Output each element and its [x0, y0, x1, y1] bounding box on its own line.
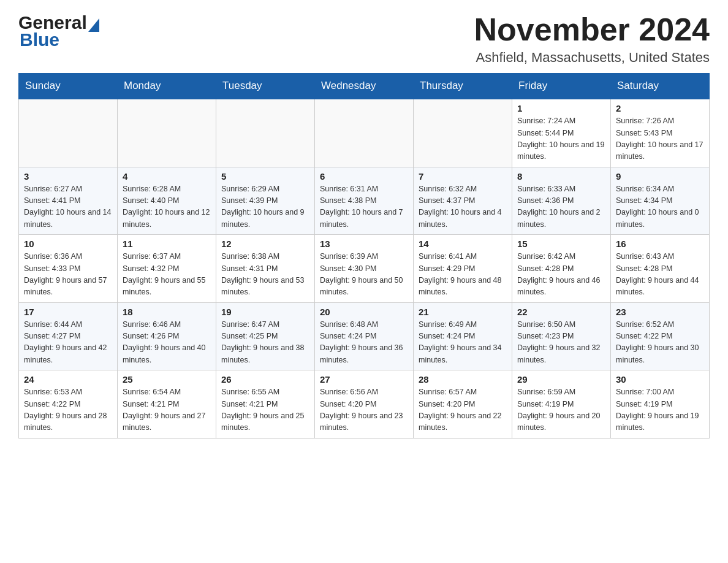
day-number: 16 — [616, 239, 704, 249]
calendar-cell: 1Sunrise: 7:24 AM Sunset: 5:44 PM Daylig… — [512, 99, 611, 167]
calendar-cell: 21Sunrise: 6:49 AM Sunset: 4:24 PM Dayli… — [414, 302, 512, 370]
weekday-header: Tuesday — [216, 74, 315, 99]
day-number: 13 — [320, 239, 408, 249]
page-header: General Blue November 2024 Ashfield, Mas… — [18, 12, 710, 66]
day-number: 6 — [320, 171, 408, 182]
day-number: 30 — [616, 374, 704, 385]
calendar-cell: 18Sunrise: 6:46 AM Sunset: 4:26 PM Dayli… — [118, 302, 216, 370]
day-info: Sunrise: 6:32 AM Sunset: 4:37 PM Dayligh… — [419, 183, 507, 231]
calendar-cell: 5Sunrise: 6:29 AM Sunset: 4:39 PM Daylig… — [216, 167, 315, 235]
day-info: Sunrise: 6:53 AM Sunset: 4:22 PM Dayligh… — [24, 386, 112, 434]
calendar-cell — [118, 99, 216, 167]
calendar-cell: 23Sunrise: 6:52 AM Sunset: 4:22 PM Dayli… — [611, 302, 710, 370]
calendar-cell: 2Sunrise: 7:26 AM Sunset: 5:43 PM Daylig… — [611, 99, 710, 167]
day-info: Sunrise: 7:00 AM Sunset: 4:19 PM Dayligh… — [616, 386, 704, 434]
day-info: Sunrise: 6:36 AM Sunset: 4:33 PM Dayligh… — [24, 251, 112, 299]
day-info: Sunrise: 6:39 AM Sunset: 4:30 PM Dayligh… — [320, 251, 408, 299]
calendar-cell: 19Sunrise: 6:47 AM Sunset: 4:25 PM Dayli… — [216, 302, 315, 370]
day-number: 26 — [221, 374, 309, 385]
day-info: Sunrise: 6:59 AM Sunset: 4:19 PM Dayligh… — [517, 386, 605, 434]
day-info: Sunrise: 6:34 AM Sunset: 4:34 PM Dayligh… — [616, 183, 704, 231]
day-info: Sunrise: 6:31 AM Sunset: 4:38 PM Dayligh… — [320, 183, 408, 231]
day-number: 7 — [419, 171, 507, 182]
logo-flag-icon — [88, 18, 99, 32]
calendar-cell: 16Sunrise: 6:43 AM Sunset: 4:28 PM Dayli… — [611, 235, 710, 303]
day-info: Sunrise: 6:27 AM Sunset: 4:41 PM Dayligh… — [24, 183, 112, 231]
day-info: Sunrise: 6:44 AM Sunset: 4:27 PM Dayligh… — [24, 319, 112, 367]
day-number: 2 — [616, 103, 704, 113]
calendar-cell — [19, 99, 118, 167]
calendar-cell: 3Sunrise: 6:27 AM Sunset: 4:41 PM Daylig… — [19, 167, 118, 235]
logo-blue-text: Blue — [18, 29, 59, 50]
day-number: 21 — [419, 307, 507, 317]
day-number: 10 — [24, 239, 112, 249]
day-number: 29 — [517, 374, 605, 385]
day-number: 18 — [123, 307, 211, 317]
calendar-cell: 11Sunrise: 6:37 AM Sunset: 4:32 PM Dayli… — [118, 235, 216, 303]
day-info: Sunrise: 6:43 AM Sunset: 4:28 PM Dayligh… — [616, 251, 704, 299]
weekday-header: Sunday — [19, 74, 118, 99]
day-info: Sunrise: 6:57 AM Sunset: 4:20 PM Dayligh… — [419, 386, 507, 434]
day-number: 22 — [517, 307, 605, 317]
day-info: Sunrise: 7:24 AM Sunset: 5:44 PM Dayligh… — [517, 115, 605, 163]
calendar-cell: 22Sunrise: 6:50 AM Sunset: 4:23 PM Dayli… — [512, 302, 611, 370]
day-info: Sunrise: 6:56 AM Sunset: 4:20 PM Dayligh… — [320, 386, 408, 434]
weekday-header: Friday — [512, 74, 611, 99]
day-info: Sunrise: 6:55 AM Sunset: 4:21 PM Dayligh… — [221, 386, 309, 434]
calendar-cell: 25Sunrise: 6:54 AM Sunset: 4:21 PM Dayli… — [118, 370, 216, 439]
calendar-cell: 14Sunrise: 6:41 AM Sunset: 4:29 PM Dayli… — [414, 235, 512, 303]
calendar-cell: 13Sunrise: 6:39 AM Sunset: 4:30 PM Dayli… — [315, 235, 414, 303]
weekday-header: Saturday — [611, 74, 710, 99]
calendar-cell: 26Sunrise: 6:55 AM Sunset: 4:21 PM Dayli… — [216, 370, 315, 439]
calendar-cell: 29Sunrise: 6:59 AM Sunset: 4:19 PM Dayli… — [512, 370, 611, 439]
day-number: 24 — [24, 374, 112, 385]
calendar-cell: 4Sunrise: 6:28 AM Sunset: 4:40 PM Daylig… — [118, 167, 216, 235]
weekday-header: Thursday — [414, 74, 512, 99]
day-number: 27 — [320, 374, 408, 385]
day-info: Sunrise: 6:54 AM Sunset: 4:21 PM Dayligh… — [123, 386, 211, 434]
day-number: 19 — [221, 307, 309, 317]
weekday-header-row: SundayMondayTuesdayWednesdayThursdayFrid… — [19, 74, 710, 99]
day-number: 14 — [419, 239, 507, 249]
day-info: Sunrise: 6:41 AM Sunset: 4:29 PM Dayligh… — [419, 251, 507, 299]
day-number: 11 — [123, 239, 211, 249]
calendar-cell: 9Sunrise: 6:34 AM Sunset: 4:34 PM Daylig… — [611, 167, 710, 235]
day-info: Sunrise: 6:33 AM Sunset: 4:36 PM Dayligh… — [517, 183, 605, 231]
calendar-cell — [414, 99, 512, 167]
calendar-cell: 15Sunrise: 6:42 AM Sunset: 4:28 PM Dayli… — [512, 235, 611, 303]
month-title: November 2024 — [474, 12, 710, 47]
calendar-week-row: 10Sunrise: 6:36 AM Sunset: 4:33 PM Dayli… — [19, 235, 710, 303]
calendar-cell — [315, 99, 414, 167]
day-number: 1 — [517, 103, 605, 113]
calendar-cell: 8Sunrise: 6:33 AM Sunset: 4:36 PM Daylig… — [512, 167, 611, 235]
day-info: Sunrise: 6:48 AM Sunset: 4:24 PM Dayligh… — [320, 319, 408, 367]
day-info: Sunrise: 6:47 AM Sunset: 4:25 PM Dayligh… — [221, 319, 309, 367]
day-info: Sunrise: 6:29 AM Sunset: 4:39 PM Dayligh… — [221, 183, 309, 231]
calendar-cell: 12Sunrise: 6:38 AM Sunset: 4:31 PM Dayli… — [216, 235, 315, 303]
day-number: 3 — [24, 171, 112, 182]
day-number: 5 — [221, 171, 309, 182]
location-title: Ashfield, Massachusetts, United States — [474, 50, 710, 66]
calendar-cell: 28Sunrise: 6:57 AM Sunset: 4:20 PM Dayli… — [414, 370, 512, 439]
day-info: Sunrise: 6:28 AM Sunset: 4:40 PM Dayligh… — [123, 183, 211, 231]
day-number: 9 — [616, 171, 704, 182]
calendar-week-row: 17Sunrise: 6:44 AM Sunset: 4:27 PM Dayli… — [19, 302, 710, 370]
day-number: 8 — [517, 171, 605, 182]
day-info: Sunrise: 6:49 AM Sunset: 4:24 PM Dayligh… — [419, 319, 507, 367]
day-info: Sunrise: 6:37 AM Sunset: 4:32 PM Dayligh… — [123, 251, 211, 299]
day-info: Sunrise: 6:52 AM Sunset: 4:22 PM Dayligh… — [616, 319, 704, 367]
calendar-cell: 6Sunrise: 6:31 AM Sunset: 4:38 PM Daylig… — [315, 167, 414, 235]
day-number: 28 — [419, 374, 507, 385]
calendar-cell: 30Sunrise: 7:00 AM Sunset: 4:19 PM Dayli… — [611, 370, 710, 439]
day-info: Sunrise: 7:26 AM Sunset: 5:43 PM Dayligh… — [616, 115, 704, 163]
calendar-week-row: 1Sunrise: 7:24 AM Sunset: 5:44 PM Daylig… — [19, 99, 710, 167]
calendar-cell: 20Sunrise: 6:48 AM Sunset: 4:24 PM Dayli… — [315, 302, 414, 370]
day-number: 17 — [24, 307, 112, 317]
calendar-cell: 24Sunrise: 6:53 AM Sunset: 4:22 PM Dayli… — [19, 370, 118, 439]
day-number: 23 — [616, 307, 704, 317]
calendar-week-row: 24Sunrise: 6:53 AM Sunset: 4:22 PM Dayli… — [19, 370, 710, 439]
calendar-week-row: 3Sunrise: 6:27 AM Sunset: 4:41 PM Daylig… — [19, 167, 710, 235]
weekday-header: Wednesday — [315, 74, 414, 99]
title-block: November 2024 Ashfield, Massachusetts, U… — [474, 12, 710, 66]
calendar-table: SundayMondayTuesdayWednesdayThursdayFrid… — [18, 73, 710, 439]
